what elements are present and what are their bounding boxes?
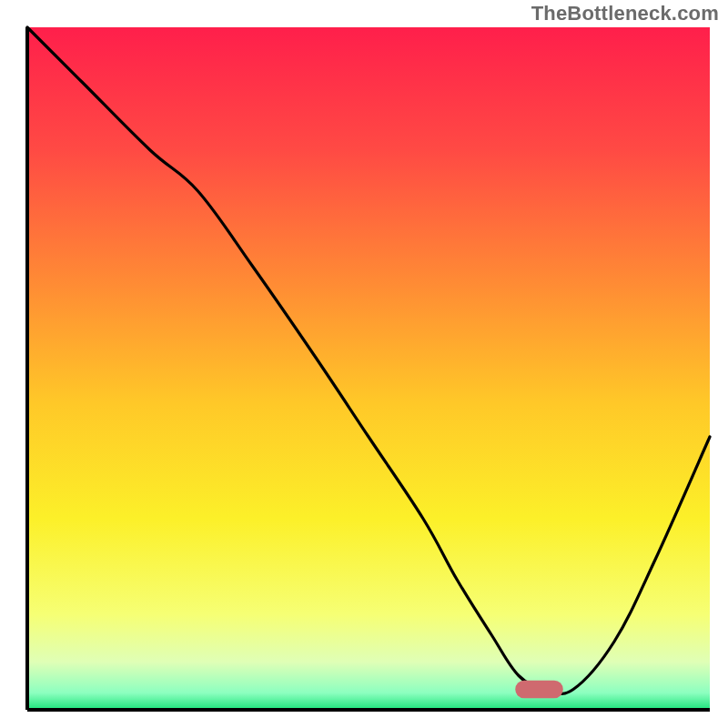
optimal-marker — [515, 681, 563, 699]
bottleneck-chart — [0, 0, 728, 728]
